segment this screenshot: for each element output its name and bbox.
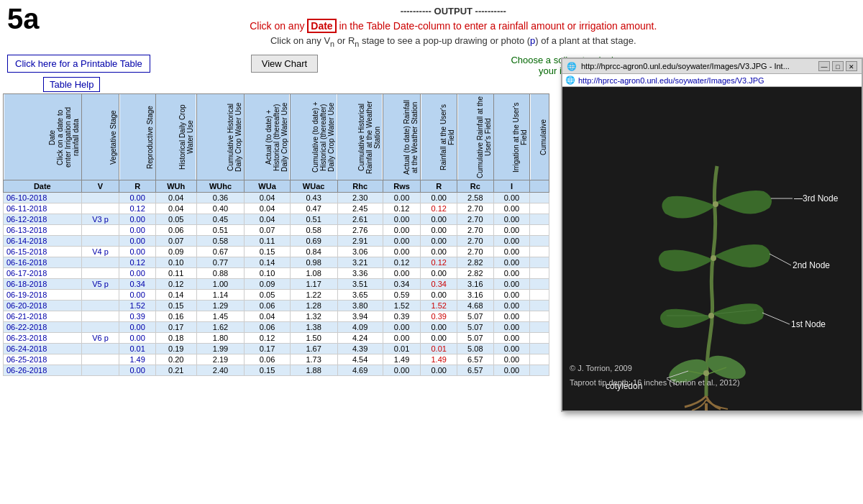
value-cell: 0.36 xyxy=(196,193,245,203)
value-cell: 0.67 xyxy=(196,247,245,257)
value-cell xyxy=(530,268,549,279)
stage-cell[interactable]: 0.00 xyxy=(119,214,156,225)
value-cell: 0.04 xyxy=(155,203,196,214)
value-cell: 0.69 xyxy=(290,236,337,247)
value-cell: 3.51 xyxy=(337,279,383,290)
stage-cell[interactable]: 0.00 xyxy=(119,225,156,236)
value-cell xyxy=(81,268,119,279)
stage-cell[interactable]: 0.12 xyxy=(119,257,156,268)
col-header-rc: Cumulative Rainfall at the User's Field xyxy=(457,94,494,180)
date-cell[interactable]: 06-21-2018 xyxy=(4,311,82,322)
value-cell: 0.10 xyxy=(155,257,196,268)
value-cell: 1.14 xyxy=(196,290,245,301)
abbrev-wuh: WUh xyxy=(155,180,196,193)
date-cell[interactable]: 06-23-2018 xyxy=(4,333,82,344)
value-cell xyxy=(530,354,549,365)
printable-table-button[interactable]: Click here for a Printable Table xyxy=(7,55,150,73)
value-cell: 0.15 xyxy=(155,301,196,311)
value-cell: 0.04 xyxy=(245,311,290,322)
stage-cell[interactable]: 0.12 xyxy=(119,203,156,214)
view-chart-button[interactable]: View Chart xyxy=(251,55,318,73)
value-cell: 0.07 xyxy=(245,225,290,236)
stage-cell[interactable]: 0.01 xyxy=(119,344,156,354)
stage-cell[interactable]: 0.00 xyxy=(119,193,156,203)
stage-cell[interactable]: 0.00 xyxy=(119,365,156,376)
stage-cell[interactable]: 0.00 xyxy=(119,333,156,344)
date-cell[interactable]: 06-14-2018 xyxy=(4,236,82,247)
value-cell: 0.06 xyxy=(245,322,290,333)
stage-cell[interactable]: V3 p xyxy=(81,214,119,225)
stage-cell[interactable]: 0.34 xyxy=(119,279,156,290)
stage-cell[interactable]: V5 p xyxy=(81,279,119,290)
header-line3: Click on any Vn or Rn stage to see a pop… xyxy=(51,34,857,50)
date-cell[interactable]: 06-17-2018 xyxy=(4,268,82,279)
stage-cell[interactable]: 0.39 xyxy=(119,311,156,322)
value-cell: 0.58 xyxy=(290,225,337,236)
value-cell xyxy=(530,203,549,214)
value-cell: 1.17 xyxy=(290,279,337,290)
col-header-rws: Actual (to date) Rainfall at the Weather… xyxy=(383,94,421,180)
date-cell[interactable]: 06-22-2018 xyxy=(4,322,82,333)
value-cell xyxy=(81,301,119,311)
value-cell: 0.15 xyxy=(245,247,290,257)
url-earth-icon: 🌐 xyxy=(565,75,575,85)
abbrev-v: V xyxy=(81,180,119,193)
date-cell[interactable]: 06-15-2018 xyxy=(4,247,82,257)
value-cell: 0.09 xyxy=(245,279,290,290)
value-cell xyxy=(530,322,549,333)
date-cell[interactable]: 06-13-2018 xyxy=(4,225,82,236)
value-cell xyxy=(81,365,119,376)
value-cell: 1.49 xyxy=(383,354,421,365)
value-cell: 0.88 xyxy=(196,268,245,279)
popup-window: 🌐 http://hprcc-agron0.unl.edu/soywater/I… xyxy=(561,58,863,412)
date-cell[interactable]: 06-19-2018 xyxy=(4,290,82,301)
value-cell: 0.00 xyxy=(421,268,457,279)
header-line1: Click on any Date in the Table Date-colu… xyxy=(51,19,857,34)
stage-cell[interactable]: 0.00 xyxy=(119,290,156,301)
date-cell[interactable]: 06-12-2018 xyxy=(4,214,82,225)
value-cell: 6.57 xyxy=(457,354,494,365)
value-cell: 5.08 xyxy=(457,344,494,354)
col-header-v: Vegetative Stage xyxy=(81,94,119,180)
value-cell: 0.39 xyxy=(383,311,421,322)
stage-cell[interactable]: 0.00 xyxy=(119,268,156,279)
value-cell: 0.01 xyxy=(421,344,457,354)
popup-close-button[interactable]: ✕ xyxy=(846,61,857,71)
date-cell[interactable]: 06-16-2018 xyxy=(4,257,82,268)
value-cell: 0.00 xyxy=(421,225,457,236)
date-cell[interactable]: 06-25-2018 xyxy=(4,354,82,365)
popup-minimize-button[interactable]: — xyxy=(818,61,830,71)
value-cell xyxy=(530,247,549,257)
value-cell xyxy=(81,354,119,365)
value-cell: 1.29 xyxy=(196,301,245,311)
stage-cell[interactable]: 0.00 xyxy=(119,236,156,247)
value-cell: 0.07 xyxy=(155,236,196,247)
date-cell[interactable]: 06-18-2018 xyxy=(4,279,82,290)
stage-cell[interactable]: 0.00 xyxy=(119,247,156,257)
value-cell: 0.04 xyxy=(245,214,290,225)
popup-restore-button[interactable]: □ xyxy=(832,61,844,71)
stage-cell[interactable]: 0.00 xyxy=(119,322,156,333)
table-row: 06-19-20180.000.141.140.051.223.650.590.… xyxy=(4,290,549,301)
value-cell xyxy=(81,322,119,333)
table-help-button[interactable]: Table Help xyxy=(43,77,100,92)
value-cell: 2.70 xyxy=(457,247,494,257)
stage-cell[interactable]: V6 p xyxy=(81,333,119,344)
stage-cell[interactable]: V4 p xyxy=(81,247,119,257)
value-cell: 3.94 xyxy=(337,311,383,322)
stage-cell[interactable]: 1.49 xyxy=(119,354,156,365)
value-cell: 0.00 xyxy=(493,203,530,214)
date-cell[interactable]: 06-26-2018 xyxy=(4,365,82,376)
value-cell: 2.45 xyxy=(337,203,383,214)
popup-url-bar: 🌐 http://hprcc-agron0.unl.edu/soywater/I… xyxy=(562,74,862,87)
value-cell: 0.00 xyxy=(493,257,530,268)
date-cell[interactable]: 06-24-2018 xyxy=(4,344,82,354)
stage-cell[interactable]: 1.52 xyxy=(119,301,156,311)
value-cell: 2.40 xyxy=(196,365,245,376)
date-cell[interactable]: 06-10-2018 xyxy=(4,193,82,203)
date-cell[interactable]: 06-11-2018 xyxy=(4,203,82,214)
value-cell: 0.00 xyxy=(421,333,457,344)
date-cell[interactable]: 06-20-2018 xyxy=(4,301,82,311)
col-header-cum: Cumulative xyxy=(530,94,549,180)
abbrev-rc: Rc xyxy=(457,180,494,193)
